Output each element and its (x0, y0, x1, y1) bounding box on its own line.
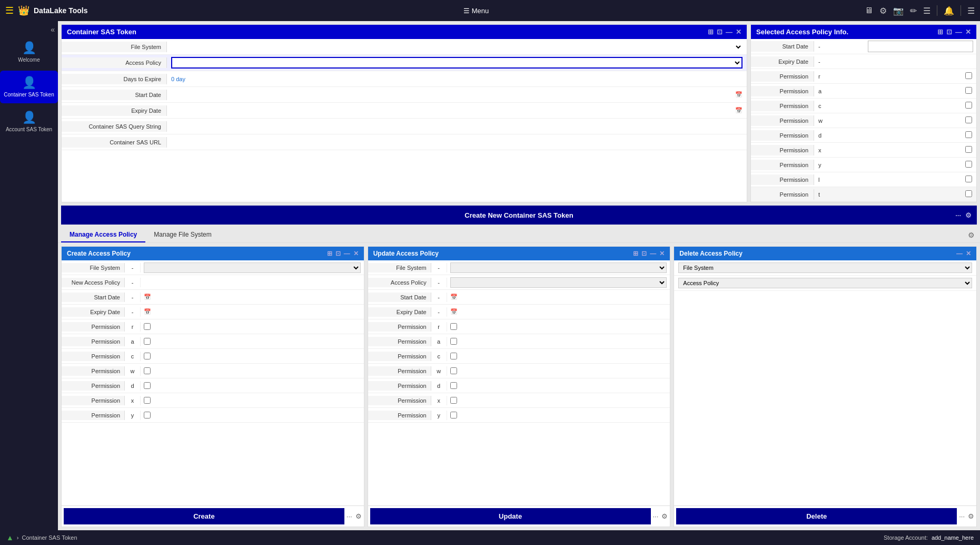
sap-val-perm-t: t (814, 189, 961, 200)
gear-icon[interactable]: ⚙ (879, 6, 887, 16)
sap-input-startdate[interactable] (868, 41, 973, 52)
middle-bar-gear[interactable]: ⚙ (965, 211, 972, 219)
uap-check-a[interactable] (450, 338, 457, 345)
uap-gear[interactable]: ⚙ (661, 512, 668, 520)
uap-mid-ap: - (431, 278, 447, 287)
tab-manage-access-policy[interactable]: Manage Access Policy (61, 228, 145, 242)
sap-header: Selected Access Policy Info. ⊞ ⊡ — ✕ (751, 25, 976, 39)
camera-icon[interactable]: 📷 (893, 6, 904, 16)
select-access-policy[interactable] (171, 57, 743, 69)
cap-gear[interactable]: ⚙ (355, 512, 362, 520)
sap-check-r[interactable] (965, 72, 972, 79)
sap-check-x[interactable] (965, 146, 972, 153)
calendar-expiry[interactable]: 📅 (735, 107, 743, 114)
icon-maximize[interactable]: ⊡ (717, 28, 722, 36)
uap-icon-close[interactable]: ✕ (659, 250, 665, 257)
sap-icon-settings[interactable]: ⊞ (937, 28, 943, 36)
sap-icon-maximize[interactable]: ⊡ (946, 28, 952, 36)
cap-val-nap[interactable] (141, 278, 364, 287)
cap-icon-maximize[interactable]: ⊡ (335, 250, 341, 257)
update-button[interactable]: Update (370, 508, 651, 524)
uap-cal-ed[interactable]: 📅 (450, 308, 458, 315)
dap-gear[interactable]: ⚙ (968, 512, 974, 520)
sidebar-item-container-sas[interactable]: 👤 Container SAS Token (0, 71, 58, 103)
icon-minimize[interactable]: — (726, 28, 732, 36)
cap-row-perm-y: Permission y (62, 408, 364, 423)
uap-icon-maximize[interactable]: ⊡ (641, 250, 647, 257)
sap-label-perm-x: Permission (751, 145, 814, 155)
dap-select-ap[interactable]: Access Policy (678, 278, 972, 288)
sap-check-y[interactable] (965, 161, 972, 168)
sap-check-l[interactable] (965, 176, 972, 182)
bell-icon[interactable]: 🔔 (944, 6, 954, 16)
uap-check-x[interactable] (450, 397, 457, 404)
cap-label-perm-w: Permission (62, 366, 125, 376)
delete-button[interactable]: Delete (676, 508, 957, 524)
cap-check-w[interactable] (144, 367, 151, 374)
cap-icon-close[interactable]: ✕ (353, 250, 359, 257)
sap-check-w[interactable] (965, 116, 972, 123)
cap-check-c[interactable] (144, 353, 151, 359)
hamburger-icon[interactable]: ☰ (5, 5, 14, 16)
dap-select-fs[interactable]: File System (678, 262, 972, 273)
uap-mid-perm-x: x (431, 396, 447, 405)
cap-icon-minimize[interactable]: — (344, 250, 350, 257)
cap-check-a[interactable] (144, 338, 151, 345)
uap-check-y[interactable] (450, 412, 457, 419)
value-expiry-date: 📅 (167, 105, 747, 116)
menu-button[interactable]: ☰ Menu (463, 7, 489, 15)
sidebar-item-account-sas[interactable]: 👤 Account SAS Token (0, 105, 58, 138)
value-sas-url[interactable] (167, 137, 747, 148)
tabs-gear-btn[interactable]: ⚙ (966, 229, 977, 241)
sidebar-toggle[interactable]: « (51, 25, 55, 34)
dap-dots[interactable]: ··· (959, 512, 965, 520)
uap-dots[interactable]: ··· (653, 512, 659, 520)
uap-icon-minimize[interactable]: — (650, 250, 656, 257)
cap-check-r[interactable] (144, 323, 151, 330)
uap-select-ap[interactable] (450, 277, 667, 288)
cap-check-y[interactable] (144, 412, 151, 419)
dap-title: Delete Access Policy (679, 250, 743, 257)
icon-close[interactable]: ✕ (736, 28, 741, 36)
input-query-string[interactable] (171, 123, 743, 130)
cap-cal-sd[interactable]: 📅 (144, 294, 151, 300)
uap-cal-sd[interactable]: 📅 (450, 294, 458, 300)
monitor-icon[interactable]: 🖥 (865, 6, 873, 15)
sap-check-a[interactable] (965, 87, 972, 94)
sap-check-c[interactable] (965, 102, 972, 109)
uap-check-w[interactable] (450, 367, 457, 374)
uap-icon-settings[interactable]: ⊞ (633, 250, 638, 257)
icon-settings-small[interactable]: ⊞ (708, 28, 714, 36)
sap-icon-close[interactable]: ✕ (965, 28, 971, 36)
cap-select-fs[interactable] (144, 262, 361, 273)
uap-check-r[interactable] (450, 323, 457, 330)
sap-label-perm-d: Permission (751, 130, 814, 141)
uap-select-fs[interactable] (450, 262, 667, 273)
create-button[interactable]: Create (64, 508, 344, 524)
input-sas-url[interactable] (171, 139, 743, 145)
hamburger-menu-icon[interactable]: ☰ (967, 6, 975, 16)
edit-icon[interactable]: ✏ (910, 6, 917, 16)
cap-mid-sd: - (125, 293, 141, 302)
dap-icon-minimize[interactable]: — (956, 250, 963, 257)
sidebar-item-welcome[interactable]: 👤 Welcome (0, 36, 58, 69)
middle-bar-dots[interactable]: ··· (955, 211, 961, 219)
cap-check-d[interactable] (144, 382, 151, 389)
uap-check-d[interactable] (450, 382, 457, 389)
cap-dots[interactable]: ··· (347, 512, 352, 520)
sap-icon-minimize[interactable]: — (955, 28, 962, 36)
tab-manage-file-system[interactable]: Manage File System (145, 228, 220, 242)
cap-check-x[interactable] (144, 397, 151, 404)
value-query-string[interactable] (167, 121, 747, 132)
dap-icon-close[interactable]: ✕ (966, 250, 971, 257)
list-icon[interactable]: ☰ (923, 6, 930, 16)
select-file-system[interactable] (171, 42, 743, 52)
calendar-start[interactable]: 📅 (735, 91, 743, 98)
uap-check-c[interactable] (450, 353, 457, 359)
sap-check-t[interactable] (965, 190, 972, 197)
cap-cal-ed[interactable]: 📅 (144, 308, 151, 315)
sap-check-d[interactable] (965, 131, 972, 138)
cap-input-nap[interactable] (144, 279, 361, 286)
cap-icon-settings[interactable]: ⊞ (327, 250, 332, 257)
uap-title: Update Access Policy (373, 250, 439, 257)
